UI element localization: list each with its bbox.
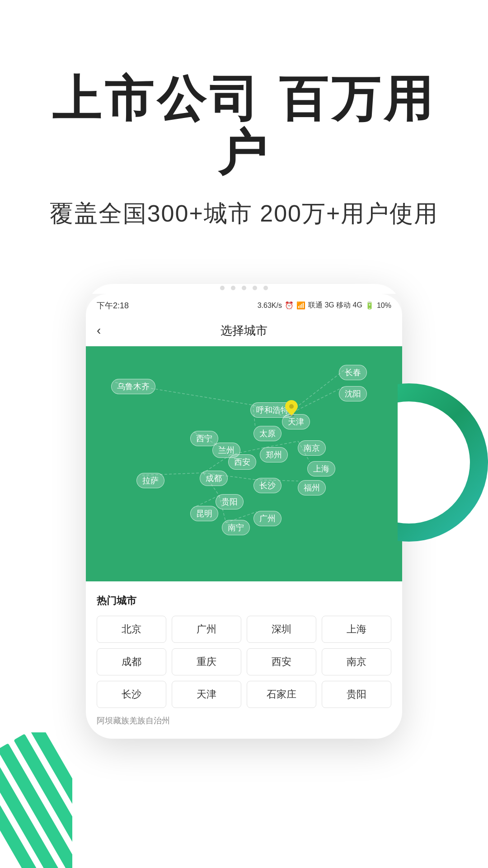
map-pin bbox=[285, 400, 298, 418]
back-button[interactable]: ‹ bbox=[97, 323, 101, 338]
city-grid-item[interactable]: 深圳 bbox=[247, 616, 316, 643]
phone-time: 下午2:18 bbox=[97, 300, 129, 311]
map-city-label[interactable]: 南京 bbox=[298, 440, 326, 456]
deco-ring-inner bbox=[398, 383, 488, 542]
svg-rect-20 bbox=[0, 762, 66, 868]
hot-cities-title: 热门城市 bbox=[97, 594, 391, 608]
city-grid-item[interactable]: 天津 bbox=[172, 681, 241, 708]
map-city-label[interactable]: 贵阳 bbox=[216, 494, 244, 509]
city-grid-item[interactable]: 贵阳 bbox=[322, 681, 391, 708]
city-grid-item[interactable]: 重庆 bbox=[172, 648, 241, 675]
map-city-label[interactable]: 广州 bbox=[253, 511, 282, 526]
subtitle: 覆盖全国300+城市 200万+用户使用 bbox=[36, 198, 452, 230]
phone-speed: 3.63K/s bbox=[258, 302, 282, 310]
city-grid-item[interactable]: 北京 bbox=[97, 616, 166, 643]
phone-battery: 10% bbox=[377, 302, 391, 310]
map-city-label[interactable]: 南宁 bbox=[222, 520, 250, 535]
top-section: 上市公司 百万用户 覆盖全国300+城市 200万+用户使用 bbox=[0, 0, 488, 257]
city-select-header: ‹ 选择城市 bbox=[86, 316, 402, 346]
phone-status-bar: 下午2:18 3.63K/s ⏰ 📶 联通 3G 移动 4G 🔋 10% bbox=[86, 294, 402, 316]
city-grid-item[interactable]: 石家庄 bbox=[247, 681, 316, 708]
footer-text: 阿坝藏族羌族自治州 bbox=[97, 708, 391, 730]
map-city-label[interactable]: 长春 bbox=[339, 365, 367, 380]
city-grid-item[interactable]: 成都 bbox=[97, 648, 166, 675]
map-city-label[interactable]: 乌鲁木齐 bbox=[111, 379, 155, 394]
city-grid-item[interactable]: 广州 bbox=[172, 616, 241, 643]
deco-stripes bbox=[0, 732, 72, 868]
phone-status-right: 3.63K/s ⏰ 📶 联通 3G 移动 4G 🔋 10% bbox=[258, 301, 391, 310]
svg-point-19 bbox=[289, 404, 294, 409]
map-city-label[interactable]: 拉萨 bbox=[136, 473, 164, 488]
map-city-label[interactable]: 长沙 bbox=[253, 478, 282, 493]
hot-cities-section: 热门城市 北京广州深圳上海成都重庆西安南京长沙天津石家庄贵阳 阿坝藏族羌族自治州 bbox=[86, 581, 402, 739]
page-title: 选择城市 bbox=[221, 323, 267, 339]
phone-section: 下午2:18 3.63K/s ⏰ 📶 联通 3G 移动 4G 🔋 10% ‹ 选… bbox=[0, 284, 488, 739]
city-grid-item[interactable]: 西安 bbox=[247, 648, 316, 675]
map-city-label[interactable]: 沈阳 bbox=[339, 386, 367, 401]
phone-mockup: 下午2:18 3.63K/s ⏰ 📶 联通 3G 移动 4G 🔋 10% ‹ 选… bbox=[86, 284, 402, 739]
phone-wifi-icon: 📶 bbox=[296, 301, 305, 310]
main-title: 上市公司 百万用户 bbox=[36, 72, 452, 180]
map-city-label[interactable]: 福州 bbox=[298, 480, 326, 495]
city-grid-item[interactable]: 南京 bbox=[322, 648, 391, 675]
map-city-label[interactable]: 太原 bbox=[253, 426, 282, 441]
map-city-label[interactable]: 成都 bbox=[200, 471, 228, 486]
phone-alarm-icon: ⏰ bbox=[285, 301, 294, 310]
city-grid: 北京广州深圳上海成都重庆西安南京长沙天津石家庄贵阳 bbox=[97, 616, 391, 708]
phone-speaker bbox=[86, 284, 402, 294]
city-grid-item[interactable]: 长沙 bbox=[97, 681, 166, 708]
map-area[interactable]: 乌鲁木齐长春沈阳呼和浩特天津太原西宁兰州西安郑州南京上海拉萨成都长沙贵阳福州昆明… bbox=[86, 346, 402, 581]
map-city-label[interactable]: 上海 bbox=[307, 461, 335, 476]
map-city-label[interactable]: 昆明 bbox=[190, 506, 218, 521]
deco-ring bbox=[398, 383, 488, 542]
map-city-label[interactable]: 西宁 bbox=[190, 431, 218, 446]
phone-battery-icon: 🔋 bbox=[365, 301, 374, 310]
map-city-label[interactable]: 郑州 bbox=[260, 447, 288, 462]
city-grid-item[interactable]: 上海 bbox=[322, 616, 391, 643]
map-city-label[interactable]: 西安 bbox=[228, 454, 256, 470]
phone-network: 联通 3G 移动 4G bbox=[308, 301, 362, 310]
